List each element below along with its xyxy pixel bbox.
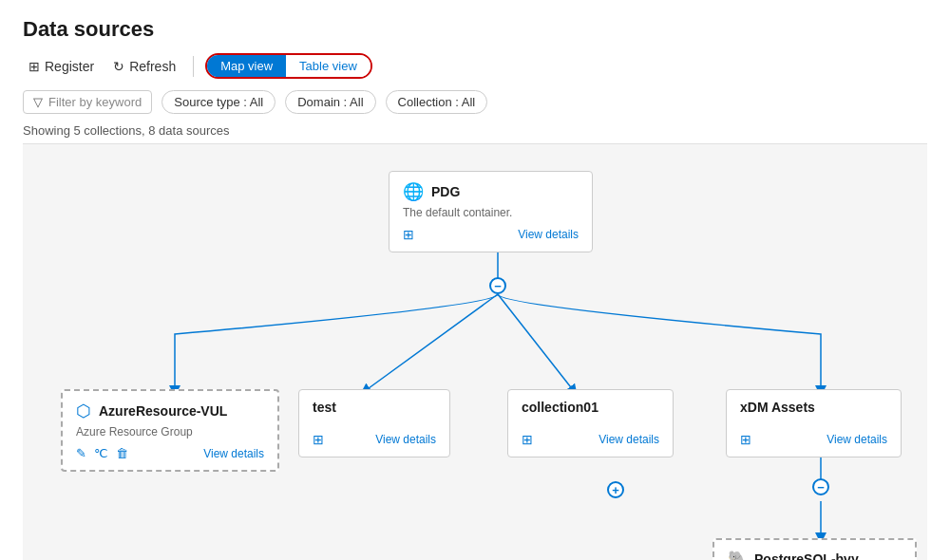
domain-filter[interactable]: Domain : All (285, 90, 375, 114)
pdg-view-details[interactable]: View details (518, 228, 579, 241)
showing-text: Showing 5 collections, 8 data sources (23, 121, 927, 143)
azure-card: ⬡ AzureResource-VUL Azure Resource Group… (61, 389, 279, 472)
test-view-details[interactable]: View details (375, 433, 436, 446)
pdg-icon: 🌐 (403, 181, 424, 202)
azure-icon: ⬡ (76, 401, 91, 421)
xdm-grid-icon: ⊞ (740, 432, 751, 447)
xdm-card: xDM Assets ⊞ View details (726, 389, 902, 457)
page-title: Data sources (23, 17, 927, 42)
refresh-button[interactable]: ↻ Refresh (107, 55, 181, 78)
toolbar: ⊞ Register ↻ Refresh Map view Table view (23, 53, 927, 79)
collection-filter[interactable]: Collection : All (386, 90, 488, 114)
source-type-filter[interactable]: Source type : All (162, 90, 276, 114)
register-icon: ⊞ (28, 59, 40, 74)
azure-edit-icon[interactable]: ✎ (76, 446, 86, 460)
filter-bar: ▽ Filter by keyword Source type : All Do… (23, 90, 927, 114)
page: Data sources ⊞ Register ↻ Refresh Map vi… (0, 0, 950, 560)
table-view-button[interactable]: Table view (286, 55, 370, 77)
azure-view-details[interactable]: View details (203, 447, 264, 460)
refresh-icon: ↻ (113, 59, 124, 74)
pdg-grid-icon: ⊞ (403, 227, 414, 242)
collection01-view-details[interactable]: View details (598, 433, 659, 446)
filter-keyword-input[interactable]: ▽ Filter by keyword (23, 90, 152, 114)
pdg-card-header: 🌐 PDG (403, 181, 579, 202)
test-card: test ⊞ View details (298, 389, 450, 457)
azure-cert-icon[interactable]: ℃ (94, 446, 108, 460)
azure-card-header: ⬡ AzureResource-VUL (76, 401, 264, 421)
xdm-view-details[interactable]: View details (826, 433, 887, 446)
xdm-card-footer: ⊞ View details (740, 432, 887, 447)
postgresql-icon: 🐘 (728, 550, 747, 560)
register-button[interactable]: ⊞ Register (23, 55, 100, 78)
collection01-expand-button[interactable]: + (607, 481, 624, 498)
map-area: 🌐 PDG The default container. ⊞ View deta… (23, 143, 927, 560)
xdm-collapse-button[interactable]: − (812, 478, 829, 495)
postgresql-card-header: 🐘 PostgreSQL-bvy (728, 550, 902, 560)
pdg-collapse-button[interactable]: − (489, 277, 506, 294)
postgresql-card: 🐘 PostgreSQL-bvy PostgreSQL ✎ ℃ 🗑 View d… (712, 538, 917, 560)
test-grid-icon: ⊞ (313, 432, 324, 447)
view-toggle: Map view Table view (205, 53, 372, 79)
collection01-card: collection01 ⊞ View details (507, 389, 674, 457)
collection01-card-footer: ⊞ View details (522, 432, 659, 447)
test-card-footer: ⊞ View details (313, 432, 436, 447)
map-view-button[interactable]: Map view (207, 55, 286, 77)
azure-card-footer: ✎ ℃ 🗑 View details (76, 446, 264, 460)
toolbar-separator (193, 56, 194, 77)
azure-delete-icon[interactable]: 🗑 (116, 446, 128, 460)
collection01-grid-icon: ⊞ (522, 432, 533, 447)
pdg-card: 🌐 PDG The default container. ⊞ View deta… (389, 171, 593, 252)
pdg-card-footer: ⊞ View details (403, 227, 579, 242)
filter-icon: ▽ (33, 95, 43, 109)
